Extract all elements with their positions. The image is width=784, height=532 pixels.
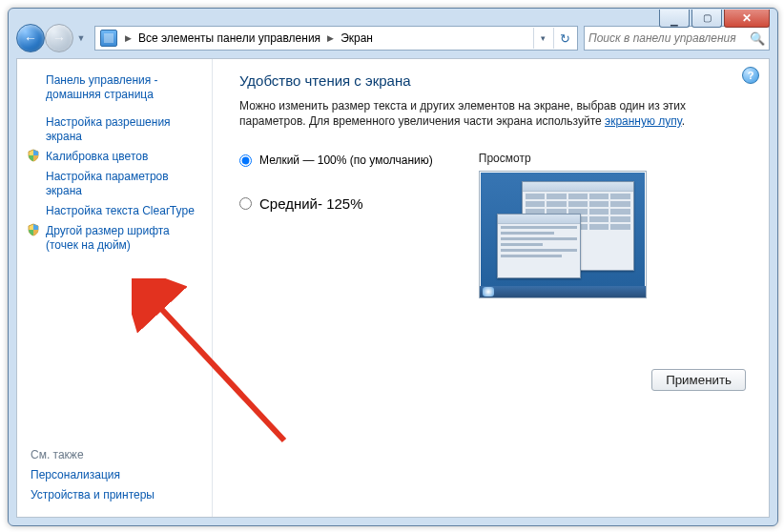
scale-label-small: Мелкий — 100% (по умолчанию): [259, 153, 433, 167]
main-panel: ? Удобство чтения с экрана Можно изменит…: [213, 59, 769, 517]
related-personalization[interactable]: Персонализация: [31, 465, 200, 485]
close-icon: ✕: [742, 12, 752, 24]
preview-image: [479, 171, 647, 298]
sidebar-home-link[interactable]: Панель управления - домашняя страница: [31, 71, 200, 105]
help-icon: ?: [748, 70, 754, 81]
nav-back-button[interactable]: ←: [16, 24, 45, 52]
shield-icon: [27, 223, 40, 236]
minimize-button[interactable]: ▁: [659, 10, 690, 28]
breadcrumb-sep-icon: ▶: [324, 33, 337, 43]
breadcrumb-item[interactable]: Экран: [339, 31, 375, 45]
sidebar-item-calibration[interactable]: Калибровка цветов: [31, 147, 200, 167]
shield-icon: [27, 149, 40, 162]
related-devices-printers[interactable]: Устройства и принтеры: [31, 485, 200, 505]
arrow-right-icon: →: [52, 31, 66, 46]
minimize-icon: ▁: [671, 16, 678, 26]
control-panel-icon: [100, 30, 117, 47]
magnifier-link[interactable]: экранную лупу: [605, 114, 682, 128]
page-title: Удобство чтения с экрана: [239, 72, 750, 89]
refresh-button[interactable]: ↻: [553, 28, 575, 49]
sidebar-item-dpi[interactable]: Другой размер шрифта (точек на дюйм): [31, 221, 200, 256]
nav-history-dropdown[interactable]: ▼: [73, 29, 89, 48]
address-dropdown[interactable]: ▾: [533, 28, 551, 49]
breadcrumb-item[interactable]: Все элементы панели управления: [136, 31, 322, 45]
close-button[interactable]: ✕: [724, 10, 770, 28]
search-placeholder: Поиск в панели управления: [588, 31, 736, 45]
breadcrumb-sep-icon: ▶: [122, 33, 134, 43]
sidebar-item-resolution[interactable]: Настройка разрешения экрана: [31, 113, 200, 147]
sidebar: Панель управления - домашняя страница На…: [17, 59, 213, 517]
address-bar[interactable]: ▶ Все элементы панели управления ▶ Экран…: [94, 26, 578, 51]
scale-radio-medium[interactable]: [239, 197, 252, 210]
preview-label: Просмотр: [479, 152, 647, 165]
maximize-button[interactable]: ▢: [691, 10, 722, 28]
arrow-left-icon: ←: [24, 31, 37, 46]
nav-forward-button[interactable]: →: [45, 24, 73, 52]
sidebar-item-cleartype[interactable]: Настройка текста ClearType: [31, 201, 200, 221]
scale-option-medium[interactable]: Средний- 125%: [239, 195, 433, 212]
refresh-icon: ↻: [560, 31, 570, 46]
chevron-down-icon: ▼: [77, 33, 86, 43]
scale-label-medium: Средний- 125%: [259, 195, 363, 212]
maximize-icon: ▢: [703, 13, 712, 23]
help-button[interactable]: ?: [742, 67, 759, 84]
scale-radio-small[interactable]: [239, 154, 252, 167]
search-icon: 🔍: [750, 31, 765, 46]
search-input[interactable]: Поиск в панели управления 🔍: [584, 26, 770, 51]
apply-button[interactable]: Применить: [651, 369, 746, 391]
page-description: Можно изменить размер текста и других эл…: [239, 98, 750, 129]
sidebar-item-display-settings[interactable]: Настройка параметров экрана: [31, 167, 200, 201]
scale-option-small[interactable]: Мелкий — 100% (по умолчанию): [239, 153, 433, 167]
see-also-heading: См. также: [31, 444, 200, 465]
